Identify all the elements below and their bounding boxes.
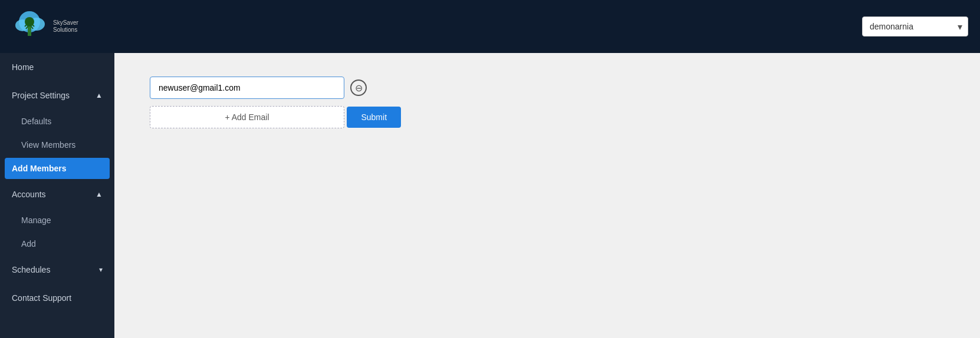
sidebar-item-project-settings[interactable]: Project Settings ▲: [0, 81, 114, 110]
sidebar-schedules-label: Schedules: [12, 265, 50, 274]
chevron-up-icon: ▲: [96, 91, 103, 100]
header: SkySaver Solutions demonarnia: [0, 0, 980, 53]
sidebar-contact-support-label: Contact Support: [12, 293, 71, 303]
main-layout: Home Project Settings ▲ Defaults View Me…: [0, 53, 980, 338]
logo-icon: [12, 9, 47, 44]
sidebar-item-defaults[interactable]: Defaults: [0, 110, 114, 133]
remove-email-button[interactable]: ⊖: [350, 79, 367, 96]
sidebar-defaults-label: Defaults: [21, 117, 51, 126]
sidebar-accounts-label: Accounts: [12, 190, 46, 199]
submit-label: Submit: [361, 112, 387, 122]
email-input[interactable]: [150, 77, 344, 99]
logo-name: SkySaver: [53, 19, 78, 26]
sidebar-add-members-label: Add Members: [12, 164, 67, 173]
sidebar-item-add-members[interactable]: Add Members: [5, 158, 110, 179]
submit-button[interactable]: Submit: [347, 107, 401, 128]
sidebar-item-contact-support[interactable]: Contact Support: [0, 284, 114, 312]
sidebar-item-home[interactable]: Home: [0, 53, 114, 81]
sidebar-manage-label: Manage: [21, 216, 51, 225]
logo-sub: Solutions: [53, 26, 78, 34]
add-email-label: + Add Email: [225, 112, 269, 122]
chevron-up-icon-accounts: ▲: [96, 190, 103, 198]
header-right: demonarnia: [862, 16, 968, 37]
logo-area: SkySaver Solutions: [12, 9, 78, 44]
chevron-down-icon-schedules: ▾: [99, 266, 103, 274]
sidebar-item-accounts[interactable]: Accounts ▲: [0, 180, 114, 208]
main-content: ⊖ + Add Email Submit: [114, 53, 980, 338]
sidebar-item-view-members[interactable]: View Members: [0, 133, 114, 157]
sidebar-item-schedules[interactable]: Schedules ▾: [0, 256, 114, 284]
sidebar-view-members-label: View Members: [21, 140, 75, 150]
sidebar-project-settings-label: Project Settings: [12, 91, 70, 100]
add-email-button[interactable]: + Add Email: [150, 106, 344, 128]
sidebar-add-label: Add: [21, 239, 36, 248]
account-dropdown[interactable]: demonarnia: [862, 16, 968, 37]
logo-text: SkySaver Solutions: [53, 19, 78, 34]
svg-rect-3: [28, 25, 31, 36]
sidebar: Home Project Settings ▲ Defaults View Me…: [0, 53, 114, 338]
sidebar-item-add[interactable]: Add: [0, 232, 114, 256]
account-dropdown-wrapper[interactable]: demonarnia: [862, 16, 968, 37]
sidebar-home-label: Home: [12, 62, 34, 72]
sidebar-item-manage[interactable]: Manage: [0, 208, 114, 232]
email-row: ⊖: [150, 77, 945, 99]
